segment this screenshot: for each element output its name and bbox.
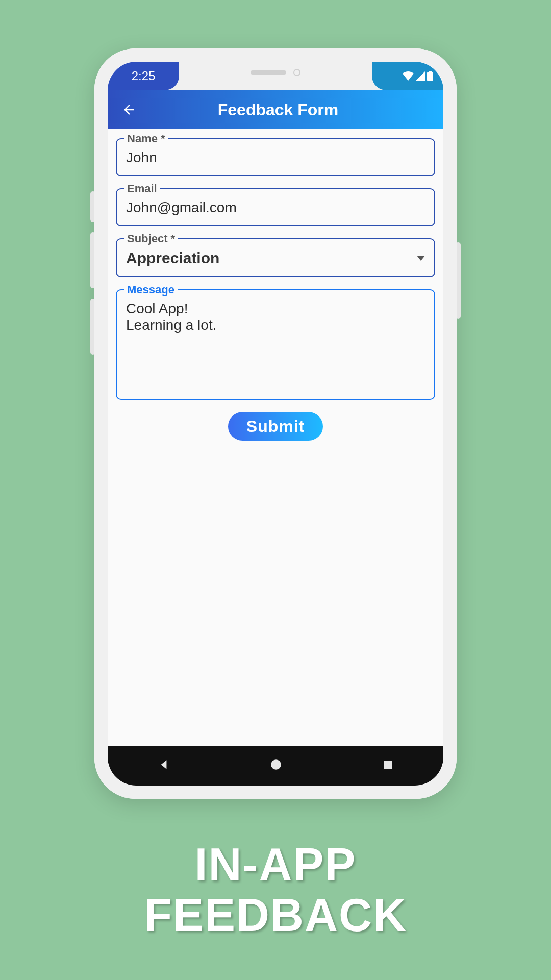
android-nav-bar (108, 746, 443, 786)
nav-home-icon[interactable] (269, 758, 283, 773)
phone-power-button (456, 242, 461, 319)
wifi-icon (403, 71, 414, 81)
battery-icon (427, 71, 433, 81)
message-input[interactable] (126, 301, 425, 387)
subject-select[interactable]: Appreciation (126, 250, 425, 267)
email-input[interactable] (126, 200, 425, 216)
page-title: Feedback Form (145, 101, 411, 119)
svg-rect-3 (384, 761, 392, 769)
marketing-line2: FEEDBACK (144, 890, 407, 941)
arrow-left-icon (121, 102, 137, 117)
subject-field-container[interactable]: Subject * Appreciation (116, 238, 435, 277)
chevron-down-icon (417, 256, 425, 261)
svg-rect-1 (429, 71, 432, 72)
name-input[interactable] (126, 150, 425, 166)
subject-value: Appreciation (126, 250, 219, 267)
message-field-container: Message (116, 289, 435, 400)
email-label: Email (124, 182, 160, 195)
back-button[interactable] (118, 99, 140, 121)
speaker-grill (251, 70, 286, 75)
appbar: Feedback Form (108, 90, 443, 129)
svg-point-2 (271, 760, 281, 770)
feedback-form: Name * Email Subject * Appreciation Mess… (108, 129, 443, 450)
email-field-container: Email (116, 188, 435, 226)
marketing-headline: IN-APP FEEDBACK (144, 840, 407, 941)
subject-label: Subject * (124, 232, 178, 246)
marketing-line1: IN-APP (144, 840, 407, 890)
nav-back-icon[interactable] (157, 758, 170, 773)
phone-frame: 2:25 Feedback Form Name * (94, 48, 457, 799)
phone-volume-down (90, 299, 95, 355)
name-label: Name * (124, 132, 168, 145)
submit-button[interactable]: Submit (228, 412, 323, 441)
cellular-signal-icon (416, 71, 425, 81)
phone-side-button (90, 191, 95, 222)
phone-notch (209, 62, 342, 83)
phone-screen: 2:25 Feedback Form Name * (108, 62, 443, 786)
name-field-container: Name * (116, 138, 435, 176)
message-label: Message (124, 283, 178, 297)
phone-volume-up (90, 232, 95, 288)
nav-recent-icon[interactable] (382, 758, 394, 773)
statusbar-time: 2:25 (108, 62, 179, 90)
svg-rect-0 (427, 72, 433, 81)
statusbar-icons (372, 62, 443, 90)
front-camera (293, 69, 300, 76)
